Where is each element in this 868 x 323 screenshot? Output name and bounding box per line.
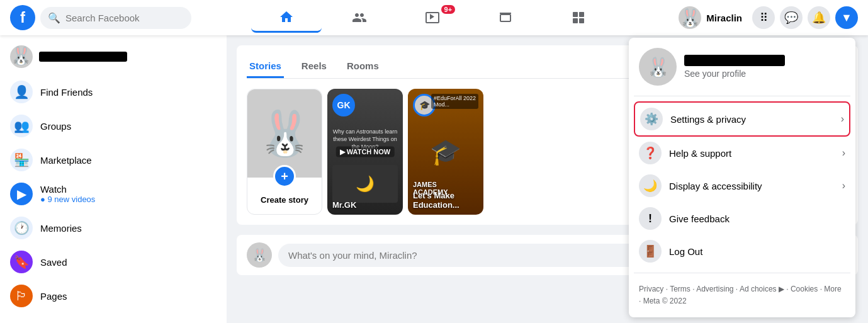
- watch-icon: ▶: [10, 183, 33, 205]
- settings-icon: ⚙️: [640, 108, 663, 130]
- menu-item-settings[interactable]: ⚙️ Settings & privacy ›: [634, 101, 850, 137]
- menu-item-logout[interactable]: 🚪 Log Out: [634, 235, 850, 268]
- svg-rect-3: [579, 18, 584, 23]
- chevron-display-icon: ›: [842, 180, 845, 191]
- user-name: Miraclin: [706, 13, 742, 23]
- dropdown-panel: 🐰 See your profile ⚙️ Settings & privacy…: [629, 38, 855, 317]
- menu-label-settings: Settings & privacy: [670, 114, 833, 125]
- divider-2: [634, 273, 850, 273]
- sidebar-label-pages: Pages: [40, 291, 67, 302]
- find-friends-icon: 👤: [10, 81, 33, 103]
- sidebar-label-find-friends: Find Friends: [40, 87, 93, 98]
- account-arrow-icon[interactable]: ▼: [835, 6, 858, 29]
- header: f 🔍 9+ 🐰 Miraclin ⠿ 💬 �: [0, 0, 868, 35]
- apps-icon[interactable]: ⠿: [752, 6, 775, 29]
- watch-badge: 9+: [441, 5, 456, 14]
- create-story-label: Create story: [258, 195, 311, 205]
- pages-icon: 🏳: [10, 285, 33, 307]
- tab-rooms[interactable]: Rooms: [344, 55, 381, 78]
- nav-watch[interactable]: 9+: [397, 3, 468, 33]
- marketplace-icon: 🏪: [10, 149, 33, 171]
- user-info[interactable]: 🐰 Miraclin: [674, 4, 747, 31]
- create-story-plus-icon: +: [273, 165, 296, 188]
- svg-rect-1: [579, 12, 584, 17]
- story-mr-gk[interactable]: GK Why can Astronauts learn these Weirde…: [327, 89, 403, 215]
- search-box[interactable]: 🔍: [40, 7, 191, 29]
- divider-1: [634, 96, 850, 96]
- footer-copyright: Meta © 2022: [643, 297, 687, 305]
- menu-label-help: Help & support: [669, 148, 835, 159]
- search-input[interactable]: [65, 13, 184, 23]
- story-watch-label: ▶ WATCH NOW: [336, 147, 395, 157]
- profile-see-label: See your profile: [684, 69, 785, 79]
- notifications-icon[interactable]: 🔔: [808, 6, 830, 29]
- profile-row[interactable]: 🐰 See your profile: [634, 43, 850, 91]
- menu-label-feedback: Give feedback: [669, 213, 845, 224]
- chevron-settings-icon: ›: [841, 113, 844, 125]
- sidebar-item-memories[interactable]: 🕐 Memories: [5, 212, 222, 244]
- sidebar-label-groups: Groups: [40, 121, 71, 132]
- messenger-icon[interactable]: 💬: [780, 6, 803, 29]
- nav-right: 🐰 Miraclin ⠿ 💬 🔔 ▼: [674, 4, 858, 31]
- sidebar-item-watch[interactable]: ▶ Watch ● 9 new videos: [5, 178, 222, 210]
- story-education[interactable]: 🎓 🎓 #EduForAll 2022Mod... JAMESACADEMY L…: [408, 89, 483, 215]
- user-avatar-small: 🐰: [679, 6, 701, 29]
- nav-home[interactable]: [251, 3, 322, 33]
- sidebar-label-marketplace: Marketplace: [40, 155, 92, 166]
- logout-icon: 🚪: [639, 240, 662, 263]
- search-icon: 🔍: [48, 12, 60, 24]
- sidebar-username-redacted: [39, 52, 127, 62]
- menu-item-help[interactable]: ❓ Help & support ›: [634, 137, 850, 169]
- story-name-mr-gk: Mr.GK: [332, 200, 356, 210]
- post-avatar: 🐰: [247, 242, 272, 268]
- footer-cookies[interactable]: Cookies: [791, 285, 818, 293]
- saved-icon: 🔖: [10, 251, 33, 273]
- tab-reels[interactable]: Reels: [299, 55, 329, 78]
- svg-rect-2: [573, 18, 578, 23]
- profile-info: See your profile: [684, 55, 785, 79]
- sidebar-item-groups[interactable]: 👥 Groups: [5, 110, 222, 142]
- sidebar-item-saved[interactable]: 🔖 Saved: [5, 246, 222, 278]
- sidebar-label-saved: Saved: [40, 257, 67, 268]
- menu-item-feedback[interactable]: ! Give feedback: [634, 202, 850, 235]
- facebook-logo[interactable]: f: [10, 5, 35, 30]
- sidebar-sublabel-watch: ● 9 new videos: [40, 195, 95, 204]
- groups-icon: 👥: [10, 115, 33, 137]
- sidebar-label-watch: Watch: [40, 184, 95, 195]
- create-story-image: 🐰: [247, 89, 322, 178]
- nav-center: 9+: [196, 3, 668, 33]
- footer-terms[interactable]: Terms: [670, 285, 690, 293]
- footer-links: Privacy · Terms · Advertising · Ad choic…: [634, 278, 850, 312]
- nav-marketplace[interactable]: [470, 3, 541, 33]
- footer-privacy[interactable]: Privacy: [639, 285, 663, 293]
- nav-groups[interactable]: [543, 3, 614, 33]
- display-icon: 🌙: [639, 174, 662, 197]
- tab-stories[interactable]: Stories: [247, 55, 284, 78]
- profile-name-redacted: [684, 55, 785, 66]
- feedback-icon: !: [639, 207, 662, 230]
- sidebar-item-pages[interactable]: 🏳 Pages: [5, 280, 222, 312]
- menu-item-display[interactable]: 🌙 Display & accessibility ›: [634, 169, 850, 202]
- sidebar-user-avatar: 🐰: [10, 45, 33, 68]
- menu-label-logout: Log Out: [669, 246, 845, 257]
- menu-label-display: Display & accessibility: [669, 181, 835, 191]
- watch-label-wrap: Watch ● 9 new videos: [40, 184, 95, 204]
- sidebar-item-find-friends[interactable]: 👤 Find Friends: [5, 76, 222, 108]
- sidebar-item-marketplace[interactable]: 🏪 Marketplace: [5, 144, 222, 176]
- sidebar-label-memories: Memories: [40, 223, 82, 234]
- help-icon: ❓: [639, 142, 662, 164]
- profile-avatar: 🐰: [639, 48, 677, 86]
- footer-more[interactable]: More: [824, 285, 841, 293]
- create-story-card[interactable]: 🐰 + Create story: [247, 89, 322, 215]
- sidebar: 🐰 👤 Find Friends 👥 Groups 🏪 Marketplace …: [0, 35, 227, 323]
- svg-rect-0: [573, 12, 578, 17]
- footer-advertising[interactable]: Advertising: [696, 285, 733, 293]
- chevron-help-icon: ›: [842, 147, 845, 159]
- footer-ad-choices[interactable]: Ad choices ▶: [740, 285, 784, 293]
- story-name-education: Let's Make Education...: [413, 191, 483, 210]
- memories-icon: 🕐: [10, 217, 33, 239]
- sidebar-user[interactable]: 🐰: [5, 40, 222, 73]
- nav-friends[interactable]: [324, 3, 395, 33]
